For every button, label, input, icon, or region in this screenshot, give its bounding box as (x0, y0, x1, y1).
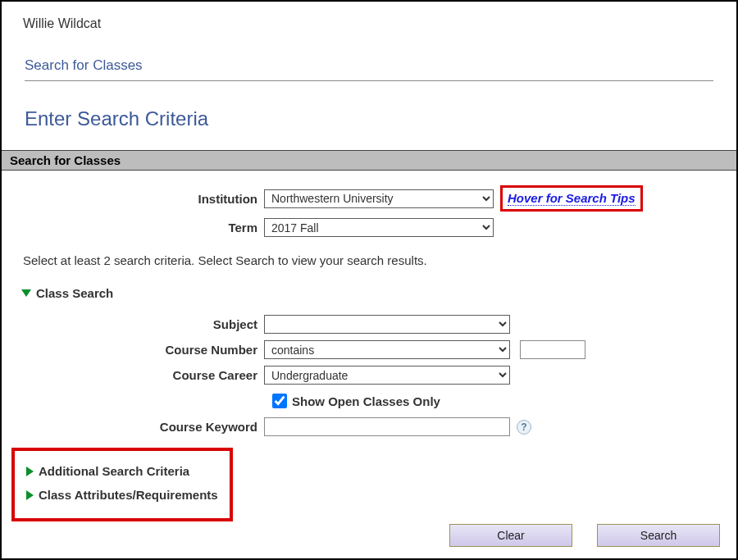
search-button[interactable]: Search (597, 524, 720, 547)
institution-label: Institution (2, 192, 264, 206)
instruction-text: Select at least 2 search criteria. Selec… (2, 244, 736, 285)
class-attributes-toggle[interactable]: Class Attributes/Requirements (21, 488, 218, 502)
clear-button[interactable]: Clear (449, 524, 572, 547)
form-area: Institution Northwestern University Hove… (2, 171, 736, 521)
course-career-select[interactable]: Undergraduate (264, 366, 510, 385)
page-title: Enter Search Criteria (25, 107, 736, 130)
class-search-section-label: Class Search (36, 286, 113, 300)
keyword-input[interactable] (264, 417, 510, 436)
search-tips-link[interactable]: Hover for Search Tips (508, 191, 636, 206)
course-number-label: Course Number (2, 343, 264, 357)
open-only-label: Show Open Classes Only (292, 394, 440, 408)
course-career-label: Course Career (2, 368, 264, 382)
institution-select[interactable]: Northwestern University (264, 189, 494, 208)
section-header: Search for Classes (2, 150, 736, 171)
open-only-checkbox[interactable] (272, 394, 287, 408)
class-attributes-label: Class Attributes/Requirements (39, 488, 218, 502)
chevron-right-icon (26, 490, 34, 500)
additional-sections-highlight: Additional Search Criteria Class Attribu… (11, 448, 233, 521)
additional-criteria-label: Additional Search Criteria (39, 464, 189, 478)
subject-select[interactable] (264, 315, 510, 334)
course-number-input[interactable] (520, 340, 585, 359)
chevron-right-icon (26, 467, 34, 476)
page-subtitle: Search for Classes (25, 57, 713, 81)
subject-label: Subject (2, 317, 264, 331)
chevron-down-icon (21, 289, 31, 297)
help-icon[interactable]: ? (517, 420, 531, 435)
term-select[interactable]: 2017 Fall (264, 218, 494, 237)
additional-criteria-toggle[interactable]: Additional Search Criteria (21, 464, 189, 478)
class-search-section-toggle[interactable]: Class Search (2, 286, 113, 300)
search-tips-highlight: Hover for Search Tips (500, 185, 643, 212)
user-name: Willie Wildcat (2, 2, 736, 31)
button-bar: Clear Search (449, 524, 720, 547)
course-number-op-select[interactable]: contains (264, 340, 510, 359)
search-classes-window: Willie Wildcat Search for Classes Enter … (0, 0, 738, 560)
keyword-label: Course Keyword (2, 420, 264, 434)
term-label: Term (2, 221, 264, 234)
